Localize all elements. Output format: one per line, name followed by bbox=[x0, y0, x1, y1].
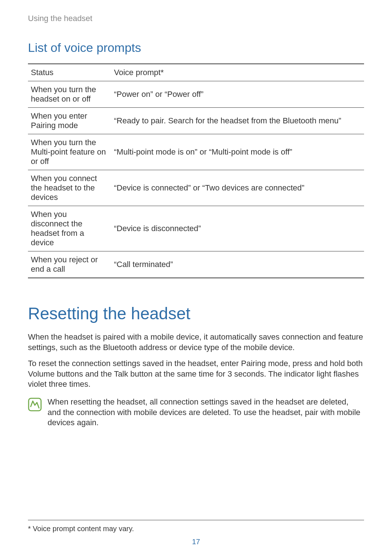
note-block: When resetting the headset, all connecti… bbox=[28, 397, 364, 428]
reset-paragraph-2: To reset the connection settings saved i… bbox=[28, 358, 364, 390]
breadcrumb: Using the headset bbox=[28, 14, 364, 23]
resetting-heading: Resetting the headset bbox=[28, 304, 364, 323]
table-cell-status: When you connect the headset to the devi… bbox=[28, 170, 110, 206]
footnote-text: * Voice prompt content may vary. bbox=[28, 525, 364, 533]
footnote-area: * Voice prompt content may vary. bbox=[28, 520, 364, 533]
table-cell-status: When you disconnect the headset from a d… bbox=[28, 206, 110, 251]
table-cell-prompt: “Ready to pair. Search for the headset f… bbox=[110, 108, 364, 134]
table-row: When you enter Pairing mode “Ready to pa… bbox=[28, 108, 364, 134]
table-row: When you turn the Multi-point feature on… bbox=[28, 134, 364, 170]
note-icon bbox=[28, 398, 42, 411]
table-cell-status: When you reject or end a call bbox=[28, 251, 110, 278]
table-cell-prompt: “Device is disconnected” bbox=[110, 206, 364, 251]
footnote-rule bbox=[28, 520, 364, 520]
page-number: 17 bbox=[0, 538, 392, 546]
table-cell-status: When you enter Pairing mode bbox=[28, 108, 110, 134]
reset-paragraph-1: When the headset is paired with a mobile… bbox=[28, 332, 364, 353]
table-row: When you reject or end a call “Call term… bbox=[28, 251, 364, 278]
table-row: When you turn the headset on or off “Pow… bbox=[28, 81, 364, 108]
table-row: When you connect the headset to the devi… bbox=[28, 170, 364, 206]
table-cell-prompt: “Multi-point mode is on” or “Multi-point… bbox=[110, 134, 364, 170]
table-cell-prompt: “Call terminated” bbox=[110, 251, 364, 278]
voice-prompts-heading: List of voice prompts bbox=[28, 41, 364, 55]
note-text: When resetting the headset, all connecti… bbox=[48, 397, 364, 428]
table-cell-prompt: “Device is connected” or “Two devices ar… bbox=[110, 170, 364, 206]
table-cell-prompt: “Power on” or “Power off” bbox=[110, 81, 364, 108]
table-header-prompt: Voice prompt* bbox=[110, 64, 364, 81]
table-cell-status: When you turn the Multi-point feature on… bbox=[28, 134, 110, 170]
table-cell-status: When you turn the headset on or off bbox=[28, 81, 110, 108]
table-row: When you disconnect the headset from a d… bbox=[28, 206, 364, 251]
table-header-status: Status bbox=[28, 64, 110, 81]
voice-prompts-table: Status Voice prompt* When you turn the h… bbox=[28, 63, 364, 278]
